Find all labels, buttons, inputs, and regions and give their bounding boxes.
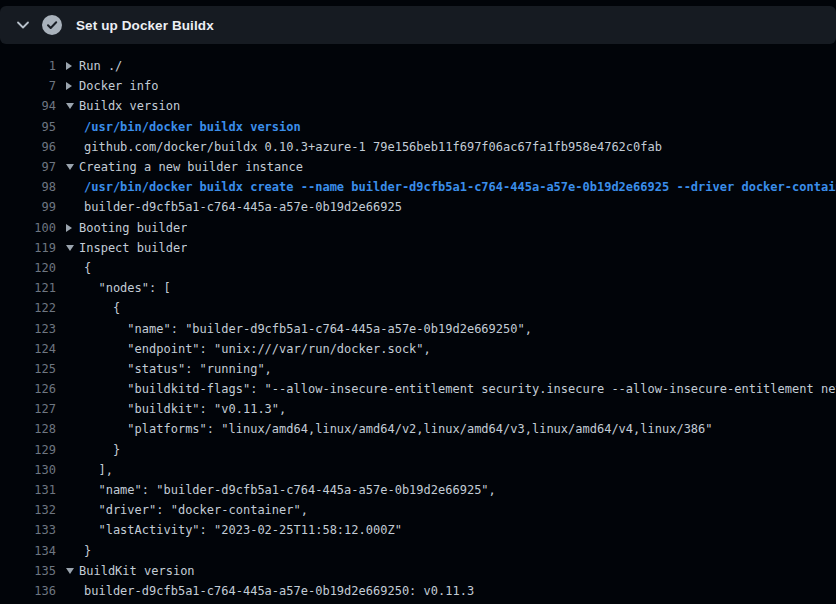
log-line: 95 /usr/bin/docker buildx version bbox=[0, 117, 836, 137]
log-group-toggle[interactable]: Docker info bbox=[66, 79, 158, 93]
line-number[interactable]: 126 bbox=[0, 382, 56, 396]
log-line: 136 builder-d9cfb5a1-c764-445a-a57e-0b19… bbox=[0, 581, 836, 601]
line-number[interactable]: 133 bbox=[0, 523, 56, 537]
log-line: 129 } bbox=[0, 440, 836, 460]
output-text: github.com/docker/buildx 0.10.3+azure-1 … bbox=[84, 140, 662, 154]
chevron-down-icon bbox=[15, 17, 31, 33]
line-number[interactable]: 99 bbox=[0, 200, 56, 214]
log-content: { bbox=[66, 301, 120, 315]
triangle-down-icon bbox=[66, 164, 79, 170]
log-content: "platforms": "linux/amd64,linux/amd64/v2… bbox=[66, 422, 713, 436]
log-group-toggle[interactable]: Inspect builder bbox=[66, 241, 187, 255]
check-circle-icon bbox=[42, 15, 62, 35]
line-number[interactable]: 134 bbox=[0, 544, 56, 558]
output-text: } bbox=[84, 443, 120, 457]
line-number[interactable]: 127 bbox=[0, 402, 56, 416]
line-number[interactable]: 95 bbox=[0, 120, 56, 134]
log-line: 119 Inspect builder bbox=[0, 238, 836, 258]
log-group-toggle[interactable]: Run ./ bbox=[66, 59, 122, 73]
output-text: builder-d9cfb5a1-c764-445a-a57e-0b19d2e6… bbox=[84, 584, 474, 598]
output-text: "name": "builder-d9cfb5a1-c764-445a-a57e… bbox=[84, 483, 496, 497]
line-number[interactable]: 100 bbox=[0, 221, 56, 235]
group-title: Run ./ bbox=[79, 59, 122, 73]
group-title: Inspect builder bbox=[79, 241, 187, 255]
log-content: "endpoint": "unix:///var/run/docker.sock… bbox=[66, 342, 431, 356]
output-text: "name": "builder-d9cfb5a1-c764-445a-a57e… bbox=[84, 322, 532, 336]
line-number[interactable]: 119 bbox=[0, 241, 56, 255]
log-content: "nodes": [ bbox=[66, 281, 171, 295]
output-text: } bbox=[84, 544, 91, 558]
log-content: /usr/bin/docker buildx version bbox=[66, 120, 301, 134]
line-number[interactable]: 123 bbox=[0, 322, 56, 336]
output-text: { bbox=[84, 301, 120, 315]
line-number[interactable]: 98 bbox=[0, 180, 56, 194]
log-line: 133 "lastActivity": "2023-02-25T11:58:12… bbox=[0, 520, 836, 540]
log-line: 131 "name": "builder-d9cfb5a1-c764-445a-… bbox=[0, 480, 836, 500]
log-line: 98 /usr/bin/docker buildx create --name … bbox=[0, 177, 836, 197]
step-title: Set up Docker Buildx bbox=[76, 18, 214, 33]
group-title: Docker info bbox=[79, 79, 158, 93]
line-number[interactable]: 124 bbox=[0, 342, 56, 356]
log-line: 100 Booting builder bbox=[0, 218, 836, 238]
group-title: Creating a new builder instance bbox=[79, 160, 303, 174]
log-group-toggle[interactable]: BuildKit version bbox=[66, 564, 195, 578]
output-text: "platforms": "linux/amd64,linux/amd64/v2… bbox=[84, 422, 713, 436]
output-text: "buildkit": "v0.11.3", bbox=[84, 402, 286, 416]
log-content: builder-d9cfb5a1-c764-445a-a57e-0b19d2e6… bbox=[66, 584, 474, 598]
log-line: 1 Run ./ bbox=[0, 56, 836, 76]
log-line: 127 "buildkit": "v0.11.3", bbox=[0, 399, 836, 419]
log-content: "name": "builder-d9cfb5a1-c764-445a-a57e… bbox=[66, 322, 532, 336]
group-title: BuildKit version bbox=[79, 564, 195, 578]
output-text: ], bbox=[84, 463, 113, 477]
log-content: builder-d9cfb5a1-c764-445a-a57e-0b19d2e6… bbox=[66, 200, 402, 214]
line-number[interactable]: 120 bbox=[0, 261, 56, 275]
triangle-down-icon bbox=[66, 245, 79, 251]
log-group-toggle[interactable]: Buildx version bbox=[66, 99, 180, 113]
log-line: 7 Docker info bbox=[0, 76, 836, 96]
log-line: 123 "name": "builder-d9cfb5a1-c764-445a-… bbox=[0, 318, 836, 338]
log-line: 128 "platforms": "linux/amd64,linux/amd6… bbox=[0, 419, 836, 439]
line-number[interactable]: 125 bbox=[0, 362, 56, 376]
log-line: 122 { bbox=[0, 298, 836, 318]
line-number[interactable]: 128 bbox=[0, 422, 56, 436]
log-content: "lastActivity": "2023-02-25T11:58:12.000… bbox=[66, 523, 402, 537]
log-line: 130 ], bbox=[0, 460, 836, 480]
log-content: ], bbox=[66, 463, 113, 477]
output-text: "nodes": [ bbox=[84, 281, 171, 295]
output-text: "buildkitd-flags": "--allow-insecure-ent… bbox=[84, 382, 836, 396]
line-number[interactable]: 7 bbox=[0, 79, 56, 93]
log-content: "buildkit": "v0.11.3", bbox=[66, 402, 286, 416]
step-header[interactable]: Set up Docker Buildx bbox=[0, 6, 836, 44]
output-text: "driver": "docker-container", bbox=[84, 503, 308, 517]
group-title: Booting builder bbox=[79, 221, 187, 235]
output-text: "endpoint": "unix:///var/run/docker.sock… bbox=[84, 342, 431, 356]
line-number[interactable]: 1 bbox=[0, 59, 56, 73]
line-number[interactable]: 129 bbox=[0, 443, 56, 457]
log-line: 125 "status": "running", bbox=[0, 359, 836, 379]
line-number[interactable]: 130 bbox=[0, 463, 56, 477]
log-line: 134 } bbox=[0, 541, 836, 561]
triangle-right-icon bbox=[66, 82, 79, 90]
command-text: /usr/bin/docker buildx create --name bui… bbox=[84, 180, 836, 194]
line-number[interactable]: 132 bbox=[0, 503, 56, 517]
line-number[interactable]: 131 bbox=[0, 483, 56, 497]
command-text: /usr/bin/docker buildx version bbox=[84, 120, 301, 134]
triangle-down-icon bbox=[66, 568, 79, 574]
line-number[interactable]: 97 bbox=[0, 160, 56, 174]
line-number[interactable]: 136 bbox=[0, 584, 56, 598]
log-group-toggle[interactable]: Booting builder bbox=[66, 221, 187, 235]
output-text: builder-d9cfb5a1-c764-445a-a57e-0b19d2e6… bbox=[84, 200, 402, 214]
group-title: Buildx version bbox=[79, 99, 180, 113]
line-number[interactable]: 94 bbox=[0, 99, 56, 113]
output-text: "lastActivity": "2023-02-25T11:58:12.000… bbox=[84, 523, 402, 537]
line-number[interactable]: 122 bbox=[0, 301, 56, 315]
line-number[interactable]: 135 bbox=[0, 564, 56, 578]
log-line: 124 "endpoint": "unix:///var/run/docker.… bbox=[0, 339, 836, 359]
output-text: "status": "running", bbox=[84, 362, 272, 376]
log-group-toggle[interactable]: Creating a new builder instance bbox=[66, 160, 303, 174]
log-line: 132 "driver": "docker-container", bbox=[0, 500, 836, 520]
log-content: "name": "builder-d9cfb5a1-c764-445a-a57e… bbox=[66, 483, 496, 497]
log-content: { bbox=[66, 261, 91, 275]
line-number[interactable]: 121 bbox=[0, 281, 56, 295]
line-number[interactable]: 96 bbox=[0, 140, 56, 154]
